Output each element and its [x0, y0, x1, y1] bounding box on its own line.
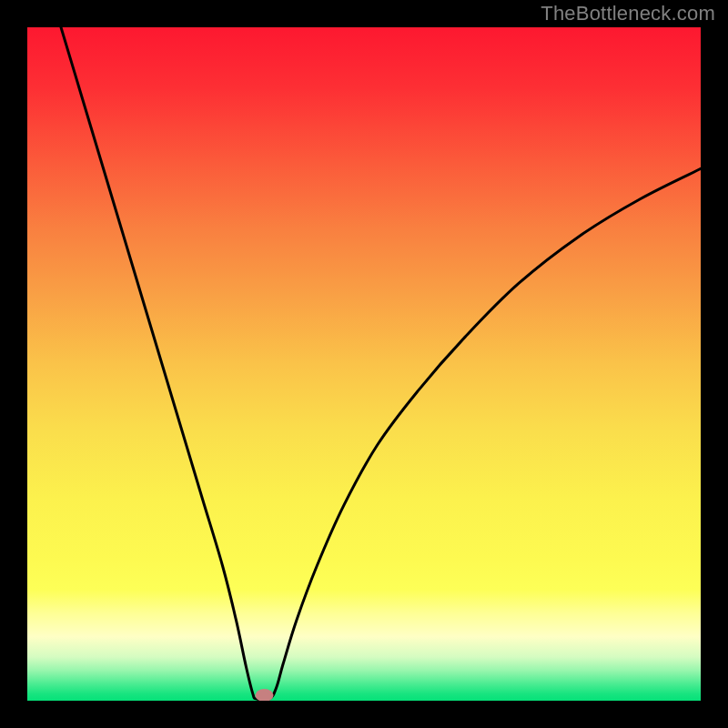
gradient-background — [27, 27, 701, 701]
chart-frame: TheBottleneck.com — [0, 0, 728, 728]
bottleneck-curve-chart — [27, 27, 701, 701]
watermark-text: TheBottleneck.com — [541, 2, 715, 25]
plot-area — [27, 27, 701, 701]
